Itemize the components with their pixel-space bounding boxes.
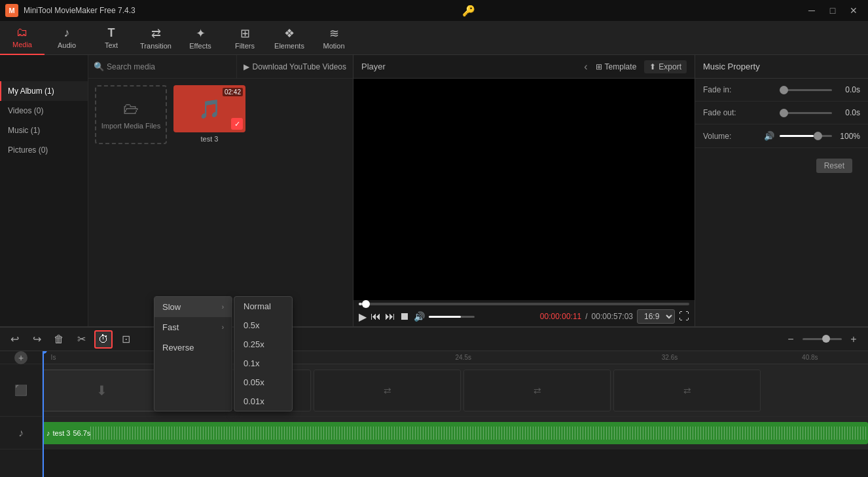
speed-normal-item[interactable]: Normal bbox=[234, 297, 292, 316]
toolbar-transition[interactable]: ⇄ Transition bbox=[134, 21, 178, 55]
speed-0_01x-label: 0.01x bbox=[244, 396, 264, 406]
fade-in-value: 0.0s bbox=[837, 85, 860, 94]
sidebar-item-pictures[interactable]: Pictures (0) bbox=[0, 140, 88, 160]
timeline-labels: + ⬛ ♪ bbox=[0, 351, 43, 477]
speed-0_1x-item[interactable]: 0.1x bbox=[234, 354, 292, 373]
controls-row: ▶ ⏮ ⏭ ⏹ 🔊 00:00:00:11 / 00:00:57:03 16:9 bbox=[359, 309, 689, 324]
speed-button[interactable]: ⏱ bbox=[94, 330, 113, 349]
import-media-button[interactable]: 🗁 Import Media Files bbox=[95, 85, 167, 144]
maximize-button[interactable]: □ bbox=[823, 3, 842, 18]
music-clip-label: ♪ test 3 56.7s bbox=[46, 429, 90, 437]
slow-chevron-icon: › bbox=[222, 303, 224, 311]
toolbar-media-label: Media bbox=[12, 41, 32, 48]
track-placeholder-2: ⇄ bbox=[314, 370, 461, 411]
volume-fill bbox=[429, 316, 461, 318]
timeline-toolbar: ↩ ↪ 🗑 ✂ ⏱ ⊡ − + bbox=[0, 328, 868, 351]
search-icon: 🔍 bbox=[94, 62, 104, 71]
media-item-name: test 3 bbox=[201, 135, 219, 143]
toolbar-motion-label: Motion bbox=[323, 42, 344, 50]
speed-0_25x-label: 0.25x bbox=[244, 339, 264, 349]
delete-button[interactable]: 🗑 bbox=[50, 330, 68, 349]
zoom-in-button[interactable]: + bbox=[844, 330, 863, 349]
fullscreen-button[interactable]: ⛶ bbox=[679, 311, 689, 322]
speed-context-menu: Slow › Fast › Reverse Normal 0.5x 0.25x … bbox=[154, 296, 293, 411]
progress-bar[interactable] bbox=[359, 303, 689, 305]
prev-frame-button[interactable]: ⏮ bbox=[371, 311, 381, 322]
sidebar-item-album[interactable]: My Album (1) bbox=[0, 81, 88, 101]
fade-out-label: Fade out: bbox=[703, 108, 736, 117]
speed-reverse-item[interactable]: Reverse bbox=[154, 337, 232, 358]
crop-button[interactable]: ⊡ bbox=[117, 330, 135, 349]
app-logo: M bbox=[5, 4, 18, 17]
key-icon[interactable]: 🔑 bbox=[461, 3, 476, 18]
music-track-label-row: ♪ bbox=[0, 417, 42, 449]
timeline-body: + ⬛ ♪ Is 16.3s 24.5s 32.6s 40.8s bbox=[0, 351, 868, 477]
volume-prop-row: Volume: 🔊 100% bbox=[695, 124, 868, 148]
redo-button[interactable]: ↪ bbox=[27, 330, 46, 349]
toolbar-transition-label: Transition bbox=[140, 42, 172, 50]
undo-button[interactable]: ↩ bbox=[5, 330, 24, 349]
sidebar-item-music[interactable]: Music (1) bbox=[0, 121, 88, 140]
toolbar-text-label: Text bbox=[105, 41, 118, 49]
fade-in-slider[interactable] bbox=[780, 89, 832, 91]
stop-button[interactable]: ⏹ bbox=[399, 311, 410, 322]
media-body: My Album (1) Videos (0) Music (1) Pictur… bbox=[0, 79, 353, 326]
fade-out-slider[interactable] bbox=[780, 112, 832, 114]
search-box[interactable]: 🔍 Search media bbox=[88, 55, 237, 78]
reset-button[interactable]: Reset bbox=[816, 159, 852, 173]
list-item[interactable]: 🎵 02:42 ✓ test 3 bbox=[173, 85, 245, 144]
toolbar-text[interactable]: T Text bbox=[89, 21, 134, 55]
youtube-icon: ▶ bbox=[244, 62, 249, 71]
template-icon: ⊞ bbox=[596, 62, 602, 71]
add-track-button[interactable]: + bbox=[14, 351, 27, 364]
next-frame-button[interactable]: ⏭ bbox=[385, 311, 395, 322]
volume-button[interactable]: 🔊 bbox=[414, 311, 425, 322]
toolbar-media[interactable]: 🗂 Media bbox=[0, 21, 45, 55]
speed-fast-item[interactable]: Fast › bbox=[154, 317, 232, 337]
speed-0_05x-item[interactable]: 0.05x bbox=[234, 373, 292, 392]
import-label: Import Media Files bbox=[101, 122, 160, 130]
video-clip[interactable]: ⬇ bbox=[43, 370, 160, 411]
download-youtube-button[interactable]: ▶ Download YouTube Videos bbox=[237, 55, 353, 78]
volume-prop-slider[interactable] bbox=[780, 135, 832, 137]
template-label: Template bbox=[605, 62, 637, 71]
zoom-slider[interactable] bbox=[803, 338, 842, 340]
sidebar-pictures-label: Pictures (0) bbox=[8, 145, 48, 155]
fade-in-thumb bbox=[780, 86, 788, 94]
music-clip[interactable]: ♪ test 3 56.7s bbox=[43, 422, 868, 444]
collapse-icon[interactable]: ‹ bbox=[584, 61, 587, 73]
toolbar-filters[interactable]: ⊞ Filters bbox=[223, 21, 267, 55]
media-thumbnail: 🎵 02:42 ✓ bbox=[173, 85, 245, 132]
aspect-ratio-select[interactable]: 16:9 9:16 4:3 1:1 bbox=[637, 309, 675, 324]
toolbar-audio[interactable]: ♪ Audio bbox=[45, 21, 89, 55]
toolbar-motion[interactable]: ≋ Motion bbox=[312, 21, 356, 55]
toolbar-effects[interactable]: ✦ Effects bbox=[178, 21, 223, 55]
media-toolbar-row: 🔍 Search media ▶ Download YouTube Videos bbox=[0, 55, 353, 79]
minimize-button[interactable]: ─ bbox=[803, 3, 821, 18]
speed-0_25x-item[interactable]: 0.25x bbox=[234, 335, 292, 354]
folder-icon: 🗁 bbox=[123, 100, 139, 118]
speed-slow-item[interactable]: Slow › bbox=[154, 297, 232, 317]
volume-slider[interactable] bbox=[429, 316, 475, 318]
player-title: Player bbox=[361, 62, 386, 71]
toolbar-elements[interactable]: ❖ Elements bbox=[267, 21, 312, 55]
speed-0_01x-item[interactable]: 0.01x bbox=[234, 392, 292, 411]
export-button[interactable]: ⬆ Export bbox=[644, 60, 687, 73]
track-placeholder-4: ⇄ bbox=[613, 370, 761, 411]
template-button[interactable]: ⊞ Template bbox=[590, 60, 642, 73]
play-button[interactable]: ▶ bbox=[359, 311, 367, 323]
speed-0_5x-item[interactable]: 0.5x bbox=[234, 316, 292, 335]
normal-label: Normal bbox=[244, 301, 271, 311]
cut-button[interactable]: ✂ bbox=[72, 330, 90, 349]
clip-download-icon: ⬇ bbox=[96, 383, 107, 398]
zoom-out-button[interactable]: − bbox=[782, 330, 800, 349]
music-note-icon: 🎵 bbox=[198, 98, 221, 120]
ruler-mark-0: Is bbox=[51, 354, 56, 361]
volume-label: Volume: bbox=[703, 132, 731, 141]
close-button[interactable]: ✕ bbox=[844, 3, 863, 18]
music-note-small-icon: ♪ bbox=[46, 429, 50, 437]
fade-out-row: Fade out: 0.0s bbox=[695, 102, 868, 124]
sidebar-item-videos[interactable]: Videos (0) bbox=[0, 101, 88, 121]
player-header-right: ‹ ⊞ Template ⬆ Export bbox=[584, 60, 687, 73]
export-icon: ⬆ bbox=[649, 62, 656, 71]
